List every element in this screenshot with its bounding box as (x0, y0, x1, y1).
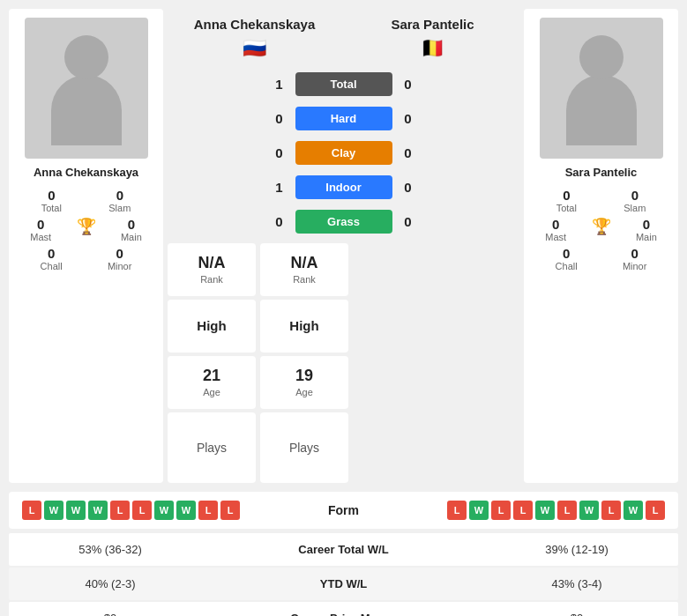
hard-surface-btn[interactable]: Hard (295, 107, 392, 130)
right-form-badge: L (557, 501, 577, 520)
bstat-right-value: 43% (3-4) (489, 577, 665, 590)
left-silhouette (47, 26, 126, 150)
center-area: Anna Chekanskaya 🇷🇺 Sara Pantelic 🇧🇪 1 T… (168, 9, 519, 483)
left-mast-stat: 0 Mast (30, 217, 51, 242)
left-mast-value: 0 (37, 217, 44, 232)
right-player-stats: 0 Total 0 Slam 0 Mast 🏆 (533, 188, 669, 271)
right-total-label: Total (556, 203, 577, 213)
left-mid-stats: N/A Rank High 21 Age Plays (168, 243, 256, 483)
bstat-center-label: YTD W/L (198, 577, 489, 590)
right-form-badges: LWLLWLWLWL (447, 501, 665, 520)
name-flag-area: Anna Chekanskaya 🇷🇺 Sara Pantelic 🇧🇪 (168, 9, 519, 67)
right-stat-row-1: 0 Total 0 Slam (533, 188, 669, 213)
left-form-badge: L (110, 501, 130, 520)
right-main-stat: 0 Main (636, 217, 657, 242)
left-form-badge: W (66, 501, 86, 520)
left-high-value: High (197, 318, 226, 333)
right-center-name: Sara Pantelic (391, 16, 474, 33)
right-plays-label: Plays (289, 441, 319, 455)
right-form-badge: W (469, 501, 489, 520)
right-rank-box: N/A Rank (260, 243, 348, 296)
right-age-value: 19 (295, 367, 313, 385)
right-name-area: Sara Pantelic 🇧🇪 (346, 9, 519, 67)
left-form-badge: W (88, 501, 108, 520)
right-age-label: Age (295, 387, 313, 397)
right-total-value: 0 (563, 188, 570, 203)
right-form-badge: L (491, 501, 511, 520)
right-trophy: 🏆 (592, 217, 611, 242)
right-trophy-icon: 🏆 (592, 217, 611, 236)
left-total-stat: 0 Total (41, 188, 62, 213)
left-rank-value: N/A (198, 254, 226, 272)
right-slam-stat: 0 Slam (624, 188, 646, 213)
clay-surface-btn[interactable]: Clay (295, 141, 392, 165)
surface-indoor-row: 1 Indoor 0 (168, 170, 519, 204)
right-chall-value: 0 (563, 246, 570, 261)
bottom-stats: 53% (36-32)Career Total W/L39% (12-19)40… (9, 533, 678, 617)
left-rank-box: N/A Rank (168, 243, 256, 296)
left-body (51, 75, 122, 145)
left-high-box: High (168, 300, 256, 353)
left-player-stats: 0 Total 0 Slam 0 Mast 🏆 (18, 188, 154, 271)
right-form-badge: W (624, 501, 643, 520)
hard-right-score: 0 (400, 111, 417, 126)
left-trophy-icon: 🏆 (77, 217, 96, 236)
left-stat-row-1: 0 Total 0 Slam (18, 188, 154, 213)
left-slam-label: Slam (108, 203, 131, 213)
surface-hard-row: 0 Hard 0 (168, 101, 519, 136)
bottom-stat-row: 53% (36-32)Career Total W/L39% (12-19) (9, 533, 678, 566)
left-center-name: Anna Chekanskaya (194, 16, 316, 33)
right-form-badge: L (646, 501, 665, 520)
right-form-badge: L (601, 501, 621, 520)
right-total-score: 0 (400, 77, 417, 92)
left-player-card: Anna Chekanskaya 0 Total 0 Slam 0 Mast (9, 9, 163, 483)
left-total-score: 1 (271, 77, 288, 92)
right-form-badge: W (579, 501, 599, 520)
left-form-badge: W (154, 501, 174, 520)
bstat-left-value: 40% (2-3) (22, 577, 198, 590)
right-player-card: Sara Pantelic 0 Total 0 Slam 0 Mast (524, 9, 678, 483)
left-main-stat: 0 Main (121, 217, 142, 242)
right-total-stat: 0 Total (556, 188, 577, 213)
right-head (579, 35, 624, 79)
bstat-left-value: 53% (36-32) (22, 543, 198, 556)
left-form-badge: W (176, 501, 196, 520)
right-minor-label: Minor (623, 261, 647, 271)
left-plays-label: Plays (197, 441, 227, 455)
bstat-center-label: Career Prize Money (198, 612, 489, 617)
right-chall-stat: 0 Chall (556, 246, 578, 271)
hard-left-score: 0 (271, 111, 288, 126)
left-form-badge: W (44, 501, 63, 520)
right-stat-row-3: 0 Chall 0 Minor (533, 246, 669, 271)
left-main-label: Main (121, 232, 142, 242)
clay-left-score: 0 (271, 145, 288, 160)
left-minor-label: Minor (108, 261, 132, 271)
indoor-left-score: 1 (271, 180, 288, 195)
left-age-label: Age (203, 387, 220, 397)
right-main-label: Main (636, 232, 657, 242)
left-chall-value: 0 (48, 246, 55, 261)
right-rank-value: N/A (291, 254, 318, 272)
right-age-box: 19 Age (260, 356, 348, 409)
indoor-surface-btn[interactable]: Indoor (295, 175, 392, 199)
right-form-badge: W (535, 501, 555, 520)
left-name-area: Anna Chekanskaya 🇷🇺 (168, 9, 341, 67)
bstat-center-label: Career Total W/L (198, 543, 489, 556)
left-player-name: Anna Chekanskaya (34, 166, 138, 179)
right-mid-stats: N/A Rank High 19 Age Plays (260, 243, 348, 483)
bstat-left-value: $0 (22, 612, 198, 617)
left-minor-value: 0 (116, 246, 123, 261)
right-minor-value: 0 (631, 246, 638, 261)
left-head (64, 35, 108, 79)
bottom-stat-row: $0Career Prize Money$0 (9, 602, 678, 617)
grass-surface-btn[interactable]: Grass (295, 210, 392, 234)
total-row: 1 Total 0 (168, 67, 519, 101)
left-main-value: 0 (128, 217, 135, 232)
left-form-badges: LWWWLLWWLL (22, 501, 240, 520)
right-flag: 🇧🇪 (421, 37, 444, 60)
right-avatar (540, 18, 663, 159)
right-silhouette (562, 26, 641, 150)
left-form-badge: L (220, 501, 240, 520)
right-player-name: Sara Pantelic (565, 166, 638, 179)
mid-stat-boxes: N/A Rank High 21 Age Plays (168, 243, 519, 483)
